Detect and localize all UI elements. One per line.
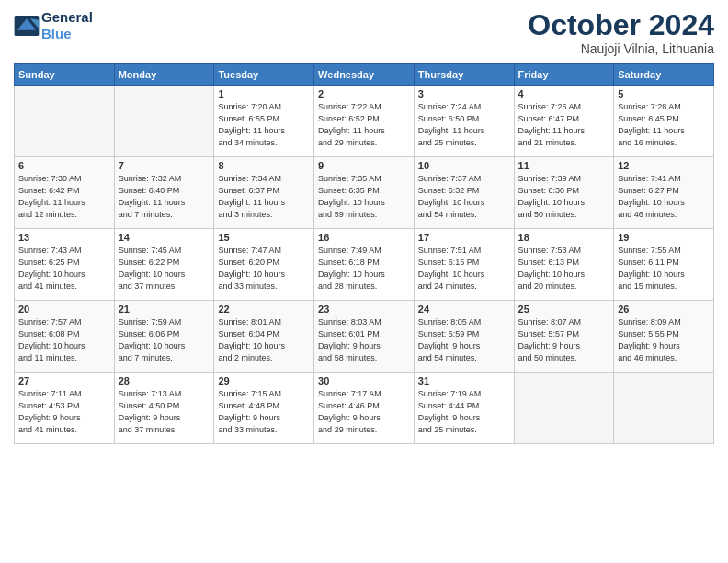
calendar-week-row: 13Sunrise: 7:43 AM Sunset: 6:25 PM Dayli… <box>15 229 714 301</box>
page-container: General Blue October 2024 Naujoji Vilnia… <box>0 0 728 449</box>
calendar-cell: 31Sunrise: 7:19 AM Sunset: 4:44 PM Dayli… <box>414 373 514 444</box>
day-detail: Sunrise: 7:47 AM Sunset: 6:20 PM Dayligh… <box>218 245 310 293</box>
day-detail: Sunrise: 7:35 AM Sunset: 6:35 PM Dayligh… <box>318 173 410 221</box>
day-number: 5 <box>618 88 710 99</box>
day-number: 29 <box>218 375 310 386</box>
calendar-cell: 22Sunrise: 8:01 AM Sunset: 6:04 PM Dayli… <box>214 301 314 373</box>
calendar-cell: 15Sunrise: 7:47 AM Sunset: 6:20 PM Dayli… <box>214 229 314 301</box>
day-number: 18 <box>518 232 610 243</box>
day-detail: Sunrise: 7:45 AM Sunset: 6:22 PM Dayligh… <box>119 245 210 293</box>
calendar-cell: 3Sunrise: 7:24 AM Sunset: 6:50 PM Daylig… <box>414 86 514 157</box>
day-detail: Sunrise: 7:17 AM Sunset: 4:46 PM Dayligh… <box>318 388 410 436</box>
calendar-cell: 30Sunrise: 7:17 AM Sunset: 4:46 PM Dayli… <box>314 373 415 444</box>
day-number: 15 <box>218 232 310 243</box>
day-number: 10 <box>418 160 510 171</box>
day-number: 11 <box>518 160 610 171</box>
day-detail: Sunrise: 8:01 AM Sunset: 6:04 PM Dayligh… <box>218 316 310 364</box>
day-number: 28 <box>119 375 210 386</box>
calendar-cell: 4Sunrise: 7:26 AM Sunset: 6:47 PM Daylig… <box>514 86 614 157</box>
day-detail: Sunrise: 7:57 AM Sunset: 6:08 PM Dayligh… <box>18 316 110 364</box>
calendar-table: SundayMondayTuesdayWednesdayThursdayFrid… <box>14 63 714 444</box>
calendar-cell: 5Sunrise: 7:28 AM Sunset: 6:45 PM Daylig… <box>614 86 714 157</box>
calendar-cell: 29Sunrise: 7:15 AM Sunset: 4:48 PM Dayli… <box>214 373 314 444</box>
calendar-cell: 16Sunrise: 7:49 AM Sunset: 6:18 PM Dayli… <box>314 229 415 301</box>
day-number: 4 <box>518 88 610 99</box>
day-number: 21 <box>119 304 210 315</box>
day-detail: Sunrise: 7:30 AM Sunset: 6:42 PM Dayligh… <box>18 173 110 221</box>
day-detail: Sunrise: 7:55 AM Sunset: 6:11 PM Dayligh… <box>618 245 710 293</box>
calendar-cell: 19Sunrise: 7:55 AM Sunset: 6:11 PM Dayli… <box>614 229 714 301</box>
logo: General Blue <box>14 9 93 42</box>
day-detail: Sunrise: 7:49 AM Sunset: 6:18 PM Dayligh… <box>318 245 410 293</box>
calendar-week-row: 1Sunrise: 7:20 AM Sunset: 6:55 PM Daylig… <box>15 86 714 157</box>
weekday-header: Thursday <box>414 64 514 86</box>
weekday-header: Friday <box>514 64 614 86</box>
day-number: 8 <box>218 160 310 171</box>
calendar-week-row: 27Sunrise: 7:11 AM Sunset: 4:53 PM Dayli… <box>15 373 714 444</box>
day-detail: Sunrise: 7:26 AM Sunset: 6:47 PM Dayligh… <box>518 101 610 149</box>
day-number: 6 <box>18 160 110 171</box>
day-number: 2 <box>318 88 410 99</box>
day-detail: Sunrise: 8:07 AM Sunset: 5:57 PM Dayligh… <box>518 316 610 364</box>
day-number: 3 <box>418 88 510 99</box>
calendar-cell: 9Sunrise: 7:35 AM Sunset: 6:35 PM Daylig… <box>314 157 415 229</box>
calendar-week-row: 6Sunrise: 7:30 AM Sunset: 6:42 PM Daylig… <box>15 157 714 229</box>
calendar-cell: 25Sunrise: 8:07 AM Sunset: 5:57 PM Dayli… <box>514 301 614 373</box>
weekday-header: Saturday <box>614 64 714 86</box>
day-detail: Sunrise: 7:39 AM Sunset: 6:30 PM Dayligh… <box>518 173 610 221</box>
day-detail: Sunrise: 7:20 AM Sunset: 6:55 PM Dayligh… <box>218 101 310 149</box>
calendar-cell: 7Sunrise: 7:32 AM Sunset: 6:40 PM Daylig… <box>114 157 214 229</box>
calendar-cell: 12Sunrise: 7:41 AM Sunset: 6:27 PM Dayli… <box>614 157 714 229</box>
day-detail: Sunrise: 8:09 AM Sunset: 5:55 PM Dayligh… <box>618 316 710 364</box>
calendar-cell: 26Sunrise: 8:09 AM Sunset: 5:55 PM Dayli… <box>614 301 714 373</box>
day-number: 23 <box>318 304 410 315</box>
month-title: October 2024 <box>528 9 714 41</box>
day-detail: Sunrise: 7:51 AM Sunset: 6:15 PM Dayligh… <box>418 245 510 293</box>
day-number: 22 <box>218 304 310 315</box>
day-detail: Sunrise: 7:32 AM Sunset: 6:40 PM Dayligh… <box>119 173 210 221</box>
weekday-header: Sunday <box>15 64 115 86</box>
day-number: 17 <box>418 232 510 243</box>
calendar-cell: 2Sunrise: 7:22 AM Sunset: 6:52 PM Daylig… <box>314 86 415 157</box>
day-detail: Sunrise: 7:34 AM Sunset: 6:37 PM Dayligh… <box>218 173 310 221</box>
day-detail: Sunrise: 7:24 AM Sunset: 6:50 PM Dayligh… <box>418 101 510 149</box>
calendar-cell <box>114 86 214 157</box>
day-number: 31 <box>418 375 510 386</box>
day-number: 9 <box>318 160 410 171</box>
calendar-cell: 20Sunrise: 7:57 AM Sunset: 6:08 PM Dayli… <box>15 301 115 373</box>
calendar-week-row: 20Sunrise: 7:57 AM Sunset: 6:08 PM Dayli… <box>15 301 714 373</box>
calendar-cell: 1Sunrise: 7:20 AM Sunset: 6:55 PM Daylig… <box>214 86 314 157</box>
calendar-cell: 13Sunrise: 7:43 AM Sunset: 6:25 PM Dayli… <box>15 229 115 301</box>
day-detail: Sunrise: 7:41 AM Sunset: 6:27 PM Dayligh… <box>618 173 710 221</box>
calendar-cell: 8Sunrise: 7:34 AM Sunset: 6:37 PM Daylig… <box>214 157 314 229</box>
location-subtitle: Naujoji Vilnia, Lithuania <box>528 41 714 56</box>
weekday-header: Wednesday <box>314 64 415 86</box>
day-number: 13 <box>18 232 110 243</box>
day-number: 1 <box>218 88 310 99</box>
weekday-header: Monday <box>114 64 214 86</box>
day-detail: Sunrise: 7:43 AM Sunset: 6:25 PM Dayligh… <box>18 245 110 293</box>
weekday-header-row: SundayMondayTuesdayWednesdayThursdayFrid… <box>15 64 714 86</box>
calendar-cell: 17Sunrise: 7:51 AM Sunset: 6:15 PM Dayli… <box>414 229 514 301</box>
calendar-cell: 21Sunrise: 7:59 AM Sunset: 6:06 PM Dayli… <box>114 301 214 373</box>
logo-icon <box>14 16 40 36</box>
logo-text: General Blue <box>41 9 93 42</box>
day-number: 26 <box>618 304 710 315</box>
calendar-cell: 27Sunrise: 7:11 AM Sunset: 4:53 PM Dayli… <box>15 373 115 444</box>
calendar-cell: 14Sunrise: 7:45 AM Sunset: 6:22 PM Dayli… <box>114 229 214 301</box>
calendar-cell: 10Sunrise: 7:37 AM Sunset: 6:32 PM Dayli… <box>414 157 514 229</box>
day-detail: Sunrise: 7:15 AM Sunset: 4:48 PM Dayligh… <box>218 388 310 436</box>
day-number: 24 <box>418 304 510 315</box>
header: General Blue October 2024 Naujoji Vilnia… <box>14 9 714 56</box>
day-detail: Sunrise: 7:11 AM Sunset: 4:53 PM Dayligh… <box>18 388 110 436</box>
day-number: 7 <box>119 160 210 171</box>
day-detail: Sunrise: 7:59 AM Sunset: 6:06 PM Dayligh… <box>119 316 210 364</box>
day-detail: Sunrise: 7:28 AM Sunset: 6:45 PM Dayligh… <box>618 101 710 149</box>
calendar-cell: 23Sunrise: 8:03 AM Sunset: 6:01 PM Dayli… <box>314 301 415 373</box>
day-detail: Sunrise: 7:13 AM Sunset: 4:50 PM Dayligh… <box>119 388 210 436</box>
calendar-cell <box>614 373 714 444</box>
calendar-cell: 24Sunrise: 8:05 AM Sunset: 5:59 PM Dayli… <box>414 301 514 373</box>
calendar-cell: 28Sunrise: 7:13 AM Sunset: 4:50 PM Dayli… <box>114 373 214 444</box>
title-block: October 2024 Naujoji Vilnia, Lithuania <box>528 9 714 56</box>
day-detail: Sunrise: 7:37 AM Sunset: 6:32 PM Dayligh… <box>418 173 510 221</box>
